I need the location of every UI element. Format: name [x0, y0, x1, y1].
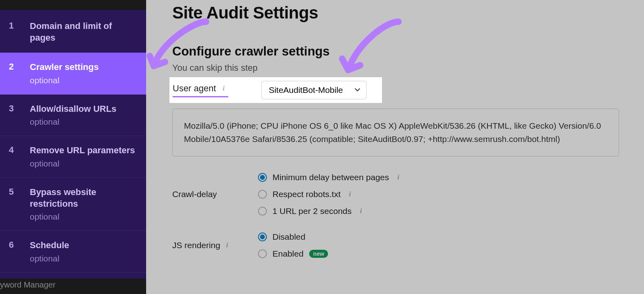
background-menu-fragment: yword Manager [0, 279, 146, 294]
section-title: Configure crawler settings [172, 44, 644, 59]
step-title: Bypass website restrictions [30, 187, 137, 210]
crawl-delay-label: Crawl-delay [172, 189, 258, 199]
main-content: Site Audit Settings Configure crawler se… [146, 0, 644, 294]
step-optional: optional [30, 117, 116, 127]
user-agent-highlight: User agent i SiteAuditBot-Mobile [169, 77, 382, 103]
sidebar-item-domain-limit[interactable]: 1 Domain and limit of pages [0, 10, 146, 53]
step-title: Allow/disallow URLs [30, 103, 116, 115]
radio-respect-robots[interactable] [258, 190, 267, 199]
radio-1url-2sec[interactable] [258, 207, 267, 216]
user-agent-string-box: Mozilla/5.0 (iPhone; CPU iPhone OS 6_0 l… [172, 109, 619, 156]
step-optional: optional [30, 159, 135, 169]
step-number: 1 [9, 21, 30, 43]
step-title: Crawler settings [30, 62, 99, 73]
radio-label: 1 URL per 2 seconds [272, 206, 352, 216]
sidebar-item-remove-url-params[interactable]: 4 Remove URL parameters optional [0, 136, 146, 178]
radio-label: Disabled [272, 232, 305, 242]
step-title: Domain and limit of pages [30, 21, 137, 43]
step-number: 3 [9, 103, 30, 127]
user-agent-label: User agent i [173, 83, 228, 97]
info-icon[interactable]: i [346, 191, 353, 198]
radio-min-delay[interactable] [258, 173, 267, 182]
chevron-down-icon [354, 85, 361, 95]
wizard-sidebar: 1 Domain and limit of pages 2 Crawler se… [0, 10, 146, 294]
sidebar-item-schedule[interactable]: 6 Schedule optional [0, 231, 146, 273]
step-title: Remove URL parameters [30, 145, 135, 156]
info-icon[interactable]: i [220, 85, 227, 92]
radio-js-disabled[interactable] [258, 232, 267, 241]
js-rendering-options: Disabled Enabled new [258, 232, 328, 259]
step-number: 6 [9, 240, 30, 263]
radio-label: Minimum delay between pages [272, 173, 389, 182]
crawl-delay-options: Minimum delay between pages i Respect ro… [258, 173, 402, 216]
radio-label: Enabled [272, 249, 303, 259]
new-badge: new [309, 250, 328, 258]
user-agent-select[interactable]: SiteAuditBot-Mobile [261, 81, 367, 99]
step-optional: optional [30, 76, 99, 85]
sidebar-item-bypass-restrictions[interactable]: 5 Bypass website restrictions optional [0, 178, 146, 231]
radio-js-enabled[interactable] [258, 249, 267, 258]
sidebar-item-allow-disallow[interactable]: 3 Allow/disallow URLs optional [0, 95, 146, 136]
step-optional: optional [30, 212, 137, 222]
step-optional: optional [30, 254, 69, 263]
step-number: 2 [9, 62, 30, 85]
step-number: 5 [9, 187, 30, 222]
info-icon[interactable]: i [357, 208, 365, 215]
page-title: Site Audit Settings [172, 3, 644, 23]
info-icon[interactable]: i [395, 174, 402, 181]
sidebar-item-crawler-settings[interactable]: 2 Crawler settings optional [0, 53, 146, 95]
step-title: Schedule [30, 240, 69, 251]
step-number: 4 [9, 145, 30, 169]
js-rendering-label: JS rendering i [172, 241, 258, 250]
section-subtitle: You can skip this step [172, 63, 644, 73]
select-value: SiteAuditBot-Mobile [269, 85, 343, 95]
radio-label: Respect robots.txt [272, 189, 341, 199]
info-icon[interactable]: i [223, 242, 231, 249]
